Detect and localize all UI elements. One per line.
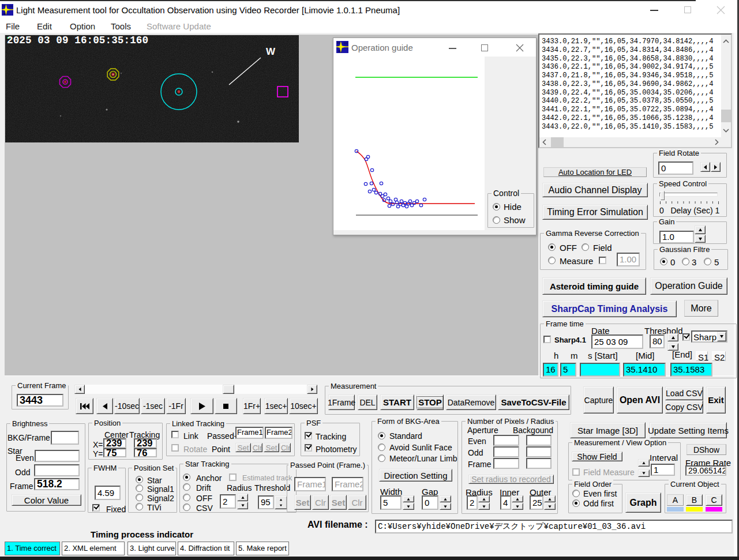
svg-text:W: W	[266, 46, 276, 57]
